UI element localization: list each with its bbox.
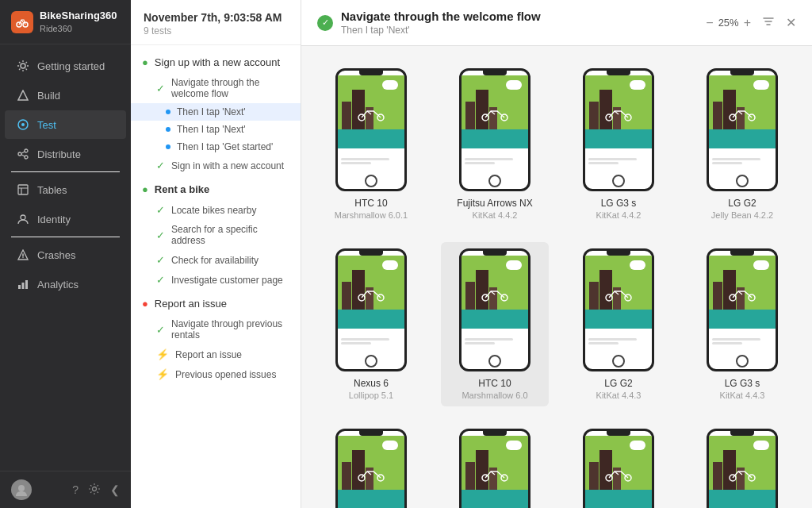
phone-home-btn <box>736 175 749 187</box>
building1 <box>342 282 351 310</box>
screen-line-2 <box>465 342 495 344</box>
sidebar-divider <box>11 171 120 172</box>
phone-home-btn <box>488 355 501 368</box>
device-card[interactable]: HTC 10 Marshmallow 6.0 <box>441 242 549 406</box>
search-address-item[interactable]: ✓ Search for a specific address <box>131 220 301 250</box>
device-card[interactable]: OnePlus 2 Lollipop 5.1.1 <box>688 422 796 508</box>
sidebar-item-crashes[interactable]: Crashes <box>5 241 126 269</box>
locate-bikes-item[interactable]: ✓ Locate bikes nearby <box>131 200 301 220</box>
sidebar-item-build[interactable]: Build <box>5 81 126 110</box>
screen-top <box>462 75 528 129</box>
screen-bike-area <box>338 310 404 329</box>
dot-3 <box>166 144 170 149</box>
sidebar-item-tables[interactable]: Tables <box>5 175 126 204</box>
svg-point-6 <box>25 149 28 152</box>
main-header: ✓ Navigate through the welcome flow Then… <box>301 0 812 46</box>
phone-frame <box>459 68 530 191</box>
sidebar-item-getting-started[interactable]: Getting started <box>5 52 126 80</box>
screen-line-2 <box>588 162 619 164</box>
sign-in-account-item[interactable]: ✓ Sign in with a new account <box>131 156 301 175</box>
phone-frame <box>335 248 407 371</box>
close-icon[interactable]: ✕ <box>786 15 796 30</box>
screen-bottom <box>462 329 528 353</box>
check-availability-item[interactable]: ✓ Check for availability <box>131 250 301 270</box>
zoom-in-button[interactable]: + <box>744 17 751 29</box>
report-issue-item[interactable]: ⚡ Report an issue <box>131 344 301 364</box>
screen-line-1 <box>465 158 513 160</box>
device-card[interactable]: Fujitsu Arrows NX KitKat 4.4.2 <box>441 62 549 226</box>
navigate-welcome-flow-item[interactable]: ✓ Navigate through the welcome flow <box>131 73 301 103</box>
screen-top <box>462 436 528 490</box>
screen-line-1 <box>341 158 389 160</box>
screen-line-2 <box>341 162 371 164</box>
device-os: KitKat 4.4.2 <box>596 210 642 220</box>
cloud-icon <box>382 80 398 90</box>
screen-top <box>709 75 776 129</box>
screen-line-1 <box>588 158 637 160</box>
screen-top <box>709 436 776 490</box>
help-icon[interactable]: ? <box>72 483 79 496</box>
invest-check: ✓ <box>156 274 165 286</box>
zoom-out-button[interactable]: − <box>706 17 713 29</box>
screen-bike-logo <box>480 287 510 302</box>
cloud-icon <box>630 260 645 270</box>
test-group-report: ● Report an issue ✓ Navigate through pre… <box>131 293 301 384</box>
filter-icon[interactable] <box>762 15 775 31</box>
device-os: Jelly Bean 4.2.2 <box>711 210 773 220</box>
svg-point-11 <box>22 257 23 258</box>
avail-label: Check for availability <box>171 255 259 266</box>
previous-issues-item[interactable]: ⚡ Previous opened issues <box>131 364 301 384</box>
phone-screen <box>462 256 528 353</box>
investigate-customer-item[interactable]: ✓ Investigate customer page <box>131 270 301 290</box>
sidebar-item-identity[interactable]: Identity <box>5 205 126 233</box>
device-card[interactable]: LG G3 s KitKat 4.4.3 <box>688 242 796 406</box>
svg-point-5 <box>21 123 25 126</box>
sidebar-item-test[interactable]: Test <box>5 110 126 139</box>
then-tap-next-2[interactable]: Then I tap 'Next' <box>131 121 301 138</box>
search-check: ✓ <box>156 229 165 241</box>
collapse-icon[interactable]: ❮ <box>110 483 120 496</box>
screen-line-2 <box>465 162 495 164</box>
phone-home-btn <box>365 355 377 368</box>
phone-screen <box>338 436 404 508</box>
svg-point-10 <box>21 215 25 220</box>
device-card[interactable]: LG G2 KitKat 4.4.3 <box>565 242 672 406</box>
phone-home-btn <box>736 355 749 368</box>
device-name: Nexus 6 <box>354 378 389 389</box>
device-card[interactable]: Fujitsu Arrows NX KitKat 4.4.3 <box>441 422 549 508</box>
test-group-signup-header[interactable]: ● Sign up with a new account <box>131 52 301 73</box>
device-os: Marshmallow 6.0 <box>462 391 527 400</box>
device-card[interactable]: Nexus 6 Marshmallow 6.0.1 <box>565 422 672 508</box>
avail-check: ✓ <box>156 254 165 266</box>
device-card[interactable]: LG G3 s KitKat 4.4.2 <box>565 62 672 226</box>
device-card[interactable]: Nexus 6 Lollipop 5.1 <box>317 242 425 406</box>
device-card[interactable]: HTC 10 Nougat 7.0 <box>317 422 425 508</box>
previous-rentals-item[interactable]: ✓ Navigate through previous rentals <box>131 314 301 344</box>
building1 <box>465 282 475 310</box>
svg-point-8 <box>25 156 28 159</box>
prev-issues-icon: ⚡ <box>156 368 169 380</box>
user-avatar[interactable] <box>11 479 32 500</box>
then-tap-next-1[interactable]: Then I tap 'Next' <box>131 103 301 121</box>
device-card[interactable]: HTC 10 Marshmallow 6.0.1 <box>317 62 425 226</box>
device-card[interactable]: LG G2 Jelly Bean 4.2.2 <box>688 62 796 226</box>
screen-city <box>709 75 776 129</box>
test-panel-header: November 7th, 9:03:58 AM 9 tests <box>131 0 301 45</box>
sidebar-item-analytics[interactable]: Analytics <box>5 270 126 298</box>
settings-icon[interactable] <box>88 483 101 498</box>
then-tap-get-started[interactable]: Then I tap 'Get started' <box>131 138 301 156</box>
sidebar-item-distribute[interactable]: Distribute <box>5 140 126 168</box>
rent-bike-header[interactable]: ● Rent a bike <box>131 179 301 200</box>
screen-top <box>462 256 528 310</box>
dot-1 <box>166 110 170 114</box>
screen-bike-logo <box>727 468 757 482</box>
app-name: BikeSharing360 <box>40 10 117 23</box>
device-rows: HTC 10 Marshmallow 6.0.1 <box>317 62 796 508</box>
screen-line-2 <box>712 342 742 344</box>
report-issue-header[interactable]: ● Report an issue <box>131 293 301 314</box>
screen-bike-logo <box>727 107 757 121</box>
test-list: ● Sign up with a new account ✓ Navigate … <box>131 45 301 508</box>
report-label: Report an issue <box>155 298 227 310</box>
screen-bottom <box>709 148 776 173</box>
screen-top <box>585 256 652 310</box>
